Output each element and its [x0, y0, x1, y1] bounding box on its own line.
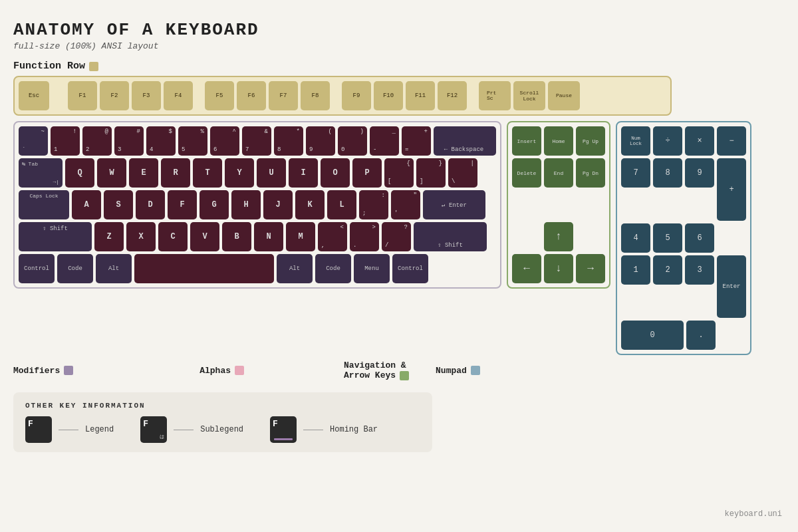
key-l[interactable]: L: [327, 190, 356, 219]
key-semicolon[interactable]: :;: [359, 190, 388, 219]
key-pgdn[interactable]: Pg Dn: [576, 158, 605, 188]
key-f7[interactable]: F7: [269, 81, 298, 110]
key-g[interactable]: G: [200, 190, 229, 219]
key-period[interactable]: >.: [350, 222, 379, 251]
key-num-3[interactable]: 3: [685, 255, 714, 285]
key-insert[interactable]: Insert: [512, 126, 541, 156]
key-k[interactable]: K: [295, 190, 325, 219]
key-scrolllock[interactable]: ScrollLock: [513, 81, 545, 110]
key-h[interactable]: H: [231, 190, 261, 219]
key-num-2[interactable]: 2: [653, 255, 682, 285]
key-2[interactable]: @2: [82, 126, 112, 156]
key-code-left[interactable]: Code: [57, 254, 93, 283]
key-t[interactable]: T: [193, 158, 222, 188]
key-menu[interactable]: Menu: [354, 254, 390, 283]
key-num-enter[interactable]: Enter: [717, 255, 746, 318]
key-slash[interactable]: ?/: [382, 222, 411, 251]
key-tab[interactable]: ↹ Tab →|: [19, 158, 63, 188]
key-8[interactable]: *8: [274, 126, 303, 156]
key-delete[interactable]: Delete: [512, 158, 541, 188]
key-v[interactable]: V: [190, 222, 219, 251]
key-f6[interactable]: F6: [237, 81, 266, 110]
key-end[interactable]: End: [544, 158, 573, 188]
key-arrow-right[interactable]: →: [576, 254, 605, 283]
key-num-7[interactable]: 7: [621, 158, 650, 188]
key-rbracket[interactable]: }]: [416, 158, 446, 188]
key-r[interactable]: R: [161, 158, 190, 188]
key-1[interactable]: !1: [51, 126, 80, 156]
key-numlock[interactable]: NumLock: [621, 126, 650, 156]
key-ctrl-right[interactable]: Control: [392, 254, 428, 283]
key-f5[interactable]: F5: [205, 81, 234, 110]
key-enter[interactable]: ↵ Enter: [423, 190, 485, 219]
key-e[interactable]: E: [129, 158, 158, 188]
key-quote[interactable]: "': [391, 190, 420, 219]
key-f[interactable]: F: [168, 190, 197, 219]
key-arrow-left[interactable]: ←: [512, 254, 541, 283]
key-backspace[interactable]: ← Backspace: [434, 126, 496, 156]
key-num-5[interactable]: 5: [653, 223, 682, 253]
key-num-plus[interactable]: +: [717, 158, 746, 221]
key-d[interactable]: D: [136, 190, 165, 219]
key-o[interactable]: O: [321, 158, 350, 188]
key-code-right[interactable]: Code: [315, 254, 351, 283]
key-f9[interactable]: F9: [342, 81, 371, 110]
key-ctrl-left[interactable]: Control: [19, 254, 55, 283]
key-f8[interactable]: F8: [301, 81, 330, 110]
key-w[interactable]: W: [97, 158, 126, 188]
key-m[interactable]: M: [286, 222, 315, 251]
key-pgup[interactable]: Pg Up: [576, 126, 605, 156]
key-num-9[interactable]: 9: [685, 158, 714, 188]
key-num-decimal[interactable]: .: [686, 321, 716, 350]
key-i[interactable]: I: [289, 158, 318, 188]
key-num-1[interactable]: 1: [621, 255, 650, 285]
key-esc[interactable]: Esc: [19, 81, 49, 110]
key-f1[interactable]: F1: [68, 81, 97, 110]
key-7[interactable]: &7: [242, 126, 271, 156]
key-x[interactable]: X: [126, 222, 156, 251]
key-num-minus[interactable]: −: [717, 126, 746, 156]
key-4[interactable]: $4: [146, 126, 176, 156]
key-space[interactable]: [134, 254, 274, 283]
key-arrow-down[interactable]: ↓: [544, 254, 573, 283]
key-5[interactable]: %5: [178, 126, 207, 156]
key-num-6[interactable]: 6: [685, 223, 714, 253]
key-9[interactable]: (9: [306, 126, 335, 156]
key-b[interactable]: B: [222, 222, 251, 251]
key-j[interactable]: J: [263, 190, 293, 219]
key-alt-right[interactable]: Alt: [277, 254, 313, 283]
key-home[interactable]: Home: [544, 126, 573, 156]
key-capslock[interactable]: Caps Lock: [19, 190, 69, 219]
key-a[interactable]: A: [72, 190, 101, 219]
key-arrow-up[interactable]: ↑: [544, 222, 573, 251]
key-backslash[interactable]: |\: [448, 158, 477, 188]
key-y[interactable]: Y: [225, 158, 254, 188]
key-f10[interactable]: F10: [374, 81, 403, 110]
key-num-multiply[interactable]: ×: [685, 126, 714, 156]
key-comma[interactable]: <,: [318, 222, 347, 251]
key-f2[interactable]: F2: [100, 81, 129, 110]
key-6[interactable]: ^6: [210, 126, 239, 156]
key-minus[interactable]: _-: [370, 126, 399, 156]
key-f12[interactable]: F12: [438, 81, 467, 110]
key-z[interactable]: Z: [94, 222, 124, 251]
key-shift-right[interactable]: ⇧ Shift: [414, 222, 487, 251]
key-num-8[interactable]: 8: [653, 158, 682, 188]
key-tilde[interactable]: ~`: [19, 126, 48, 156]
key-s[interactable]: S: [104, 190, 133, 219]
key-0[interactable]: )0: [338, 126, 367, 156]
key-pause[interactable]: Pause: [548, 81, 580, 110]
key-num-0[interactable]: 0: [621, 321, 684, 350]
key-p[interactable]: P: [352, 158, 382, 188]
key-f11[interactable]: F11: [406, 81, 435, 110]
key-lbracket[interactable]: {[: [384, 158, 414, 188]
key-equals[interactable]: +=: [402, 126, 431, 156]
key-3[interactable]: #3: [114, 126, 144, 156]
key-f4[interactable]: F4: [164, 81, 193, 110]
key-f3[interactable]: F3: [132, 81, 161, 110]
key-shift-left[interactable]: ⇧ Shift: [19, 222, 92, 251]
key-n[interactable]: N: [254, 222, 283, 251]
key-num-4[interactable]: 4: [621, 223, 650, 253]
key-alt-left[interactable]: Alt: [96, 254, 132, 283]
key-c[interactable]: C: [158, 222, 188, 251]
